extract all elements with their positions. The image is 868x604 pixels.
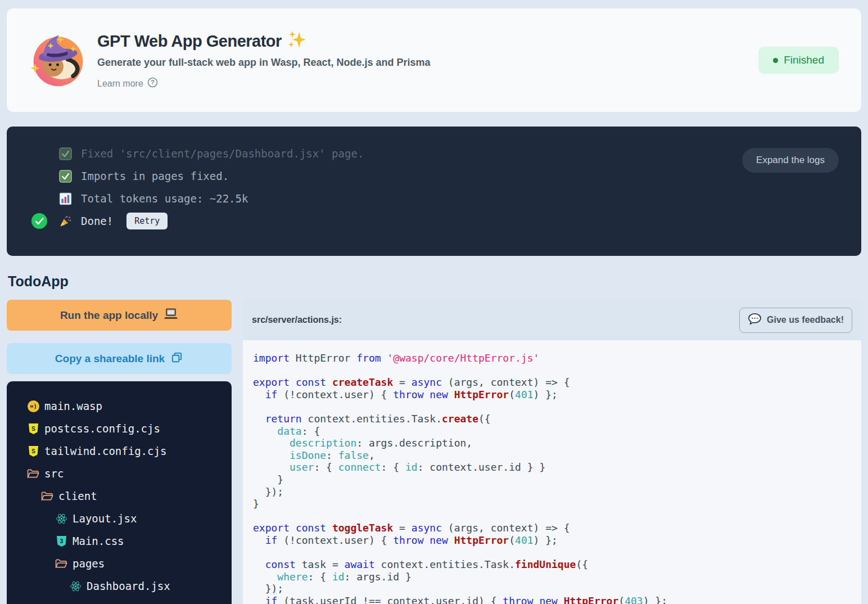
svg-text:3: 3 [60,538,63,544]
file-tree-item-tailwind-config-cjs[interactable]: Stailwind.config.cjs [7,440,232,462]
code-line: if (!context.user) { throw new HttpError… [253,389,856,401]
code-content: import HttpError from '@wasp/core/HttpEr… [243,340,861,604]
code-line: if (!context.user) { throw new HttpError… [253,534,856,547]
code-line [253,547,856,559]
sparkles-icon [287,30,306,52]
log-panel: Fixed 'src/client/pages/Dashboard.jsx' p… [7,127,861,256]
log-line: Total tokens usage: ~22.5k [7,187,861,210]
app-name-heading: TodoApp [8,273,861,290]
laptop-icon [164,308,178,323]
copy-link-button[interactable]: Copy a shareable link [7,343,232,374]
status-badge-label: Finished [784,54,824,66]
question-circle-icon: ? [147,77,158,90]
file-tree-item-dashboard-jsx[interactable]: Dashboard.jsx [7,575,232,597]
code-line [253,364,856,377]
file-tree-label: main.wasp [44,400,102,412]
code-line: import HttpError from '@wasp/core/HttpEr… [253,352,856,364]
code-line: description: args.description, [253,437,856,449]
file-tree-label: postcss.config.cjs [44,422,160,435]
page-title: GPT Web App Generator [97,32,282,51]
log-line: Imports in pages fixed. [7,165,861,187]
left-sidebar: Run the app locally Copy a shareable lin… [7,300,232,604]
feedback-label: Give us feedback! [767,315,844,325]
header-card: GPT Web App Generator Generate your full… [7,8,861,112]
folder-file-icon [27,467,39,480]
page-subtitle: Generate your full-stack web app in Wasp… [97,57,431,69]
code-line: isDone: false, [253,449,856,462]
file-tree-item-pages[interactable]: pages [7,552,232,575]
code-panel: src/server/actions.js: Give us feedback!… [243,300,861,604]
file-tree-label: Layout.jsx [73,512,137,525]
code-line: } [253,498,856,510]
react-file-icon [69,580,82,592]
log-text: Imports in pages fixed. [81,170,229,182]
code-line: } [253,474,856,486]
code-line: data: { [253,425,856,438]
react-file-icon [55,512,67,525]
party-icon [58,214,72,228]
folder-file-icon [55,557,67,570]
js-file-icon: S [27,422,39,435]
expand-logs-button[interactable]: Expand the logs [742,148,839,173]
feedback-button[interactable]: Give us feedback! [739,308,852,333]
file-tree-item-main-wasp[interactable]: =)main.wasp [7,395,232,417]
run-app-label: Run the app locally [60,309,158,322]
learn-more-link[interactable]: Learn more ? [97,77,158,90]
file-tree-item-main-css[interactable]: 3Main.css [7,530,232,552]
retry-button[interactable]: Retry [126,213,168,229]
status-dot [773,58,778,63]
done-check-icon [31,213,47,229]
svg-text:=): =) [30,403,37,409]
status-badge: Finished [758,47,839,74]
checkbox-icon [58,169,72,183]
learn-more-label: Learn more [97,79,143,89]
file-tree-item-src[interactable]: src [7,462,232,485]
code-line: }); [253,486,856,498]
code-line: user: { connect: { id: context.user.id }… [253,461,856,474]
log-text: Fixed 'src/client/pages/Dashboard.jsx' p… [81,147,364,160]
log-line: Done!Retry [7,210,861,232]
file-tree-label: pages [73,557,105,570]
file-tree-item-postcss-config-cjs[interactable]: Spostcss.config.cjs [7,417,232,440]
log-text: Total tokens usage: ~22.5k [81,192,248,205]
status-slot [31,168,47,184]
js-file-icon: S [27,445,39,457]
file-tree-label: Dashboard.jsx [87,580,170,592]
file-tree-label: src [44,467,64,480]
code-line: export const createTask = async (args, c… [253,376,856,389]
page: GPT Web App Generator Generate your full… [0,0,868,604]
file-tree-label: client [58,490,97,502]
code-filename: src/server/actions.js: [252,315,342,325]
code-line: where: { id: args.id } [253,571,856,583]
copy-icon [170,351,183,367]
status-slot [31,146,47,161]
svg-text:S: S [31,425,35,431]
file-tree-item-client[interactable]: client [7,485,232,507]
status-slot [31,191,47,206]
wasp-file-icon: =) [27,400,39,412]
code-line: const task = await context.entities.Task… [253,558,856,571]
code-line [253,510,856,522]
file-tree-label: Main.css [73,535,124,547]
css-file-icon: 3 [55,535,67,547]
code-line: if (task.userId !== context.user.id) { t… [253,595,856,604]
copy-link-label: Copy a shareable link [55,353,165,365]
barchart-icon [58,192,72,205]
code-panel-header: src/server/actions.js: Give us feedback! [243,300,861,340]
code-line: export const toggleTask = async (args, c… [253,522,856,534]
file-tree: =)main.waspSpostcss.config.cjsStailwind.… [7,381,232,604]
code-line: return context.entities.Task.create({ [253,413,856,425]
svg-text:?: ? [151,79,154,85]
folder-file-icon [41,490,53,502]
log-text: Done! [81,215,113,227]
svg-text:S: S [31,448,35,454]
log-line: Fixed 'src/client/pages/Dashboard.jsx' p… [7,142,861,165]
code-line: }); [253,583,856,595]
speech-bubble-icon [748,313,762,328]
code-line [253,400,856,413]
file-tree-label: tailwind.config.cjs [44,445,166,457]
wasp-mascot-logo [28,31,87,90]
checkbox-icon [58,147,72,160]
run-app-button[interactable]: Run the app locally [7,300,232,331]
file-tree-item-layout-jsx[interactable]: Layout.jsx [7,507,232,530]
